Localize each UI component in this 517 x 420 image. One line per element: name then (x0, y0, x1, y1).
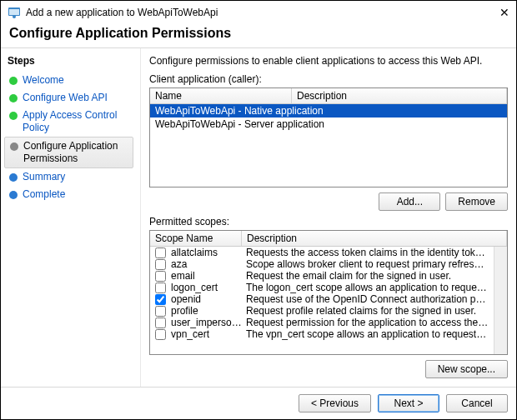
scopes-label: Permitted scopes: (149, 216, 508, 228)
step-welcome[interactable]: Welcome (4, 72, 133, 89)
scope-checkbox[interactable] (155, 294, 166, 305)
step-bullet-icon (9, 77, 18, 85)
col-description[interactable]: Description (292, 88, 507, 103)
steps-heading: Steps (8, 55, 135, 67)
scope-columns: Scope Name Description (150, 231, 507, 247)
step-apply-access-control-policy[interactable]: Apply Access Control Policy (4, 107, 133, 137)
scope-checkbox[interactable] (155, 248, 166, 258)
step-bullet-icon (10, 142, 18, 151)
scope-name: vpn_cert (171, 328, 246, 340)
step-bullet-icon (9, 112, 18, 120)
scope-description: Request profile related claims for the s… (246, 305, 489, 317)
step-label: Configure Application Permissions (23, 140, 129, 165)
client-row[interactable]: WebApiToWebApi - Native application (150, 104, 507, 118)
scope-description: The logon_cert scope allows an applicati… (246, 282, 489, 293)
clients-label: Client application (caller): (149, 73, 508, 85)
permitted-scopes-list[interactable]: Scope Name Description allatclaimsReques… (149, 230, 508, 355)
scope-row[interactable]: emailRequest the email claim for the sig… (150, 270, 494, 282)
client-columns: Name Description (150, 88, 507, 104)
scope-description: Request the email claim for the signed i… (246, 270, 489, 282)
scope-name: user_imperso… (171, 317, 246, 328)
scope-checkbox[interactable] (155, 306, 166, 317)
scope-name: logon_cert (171, 282, 246, 293)
page-header: Configure Application Permissions (1, 22, 516, 48)
step-configure-web-api[interactable]: Configure Web API (4, 89, 133, 107)
scope-checkbox[interactable] (155, 259, 166, 270)
step-label: Configure Web API (23, 92, 108, 104)
scope-checkbox[interactable] (155, 318, 166, 328)
step-complete[interactable]: Complete (4, 186, 133, 203)
scope-description: The vpn_cert scope allows an application… (246, 328, 489, 340)
step-bullet-icon (9, 173, 18, 182)
scope-description: Requests the access token claims in the … (246, 247, 489, 258)
close-button[interactable]: ✕ (489, 6, 509, 19)
step-label: Summary (23, 171, 65, 183)
previous-button[interactable]: < Previous (299, 394, 371, 412)
step-summary[interactable]: Summary (4, 168, 133, 186)
window-title: Add a new application to WebApiToWebApi (26, 7, 489, 18)
title-bar: Add a new application to WebApiToWebApi … (1, 1, 516, 22)
step-bullet-icon (9, 94, 18, 102)
wizard-footer: < Previous Next > Cancel (1, 387, 516, 419)
scope-checkbox[interactable] (155, 282, 166, 293)
scope-checkbox[interactable] (155, 271, 166, 282)
scope-description: Request permission for the application t… (246, 317, 489, 328)
next-button[interactable]: Next > (378, 394, 439, 412)
cancel-button[interactable]: Cancel (446, 394, 508, 412)
scope-row[interactable]: user_imperso…Request permission for the … (150, 317, 494, 328)
col-name[interactable]: Name (150, 88, 292, 103)
client-row[interactable]: WebApiToWebApi - Server application (150, 118, 507, 131)
scope-name: openid (171, 293, 246, 305)
step-configure-application-permissions[interactable]: Configure Application Permissions (4, 137, 133, 168)
new-scope-button[interactable]: New scope... (425, 360, 508, 378)
scope-description: Request use of the OpenID Connect author… (246, 293, 489, 305)
scopes-scrollbar[interactable] (494, 247, 507, 354)
col-scope-description[interactable]: Description (242, 231, 507, 246)
step-label: Welcome (23, 74, 64, 87)
scope-row[interactable]: openidRequest use of the OpenID Connect … (150, 293, 494, 305)
instruction-text: Configure permissions to enable client a… (149, 55, 508, 67)
scope-row[interactable]: allatclaimsRequests the access token cla… (150, 247, 494, 258)
client-application-list[interactable]: Name Description WebApiToWebApi - Native… (149, 88, 508, 188)
scope-description: Scope allows broker client to request pr… (246, 258, 489, 270)
scope-row[interactable]: profileRequest profile related claims fo… (150, 305, 494, 317)
scope-name: allatclaims (171, 247, 246, 258)
scope-row[interactable]: azaScope allows broker client to request… (150, 258, 494, 270)
col-scope-name[interactable]: Scope Name (150, 231, 242, 246)
scope-row[interactable]: vpn_certThe vpn_cert scope allows an app… (150, 328, 494, 340)
scope-row[interactable]: logon_certThe logon_cert scope allows an… (150, 282, 494, 293)
svg-rect-1 (9, 9, 19, 15)
main-panel: Configure permissions to enable client a… (141, 48, 516, 387)
scope-checkbox[interactable] (155, 329, 166, 340)
step-label: Complete (23, 188, 65, 201)
remove-button[interactable]: Remove (445, 192, 508, 211)
scope-name: profile (171, 305, 246, 317)
step-label: Apply Access Control Policy (23, 109, 130, 134)
svg-point-2 (13, 15, 16, 18)
step-bullet-icon (9, 191, 18, 199)
scope-name: aza (171, 258, 246, 270)
add-button[interactable]: Add... (379, 192, 440, 211)
app-icon (8, 6, 21, 19)
steps-sidebar: Steps WelcomeConfigure Web APIApply Acce… (1, 48, 141, 387)
scope-name: email (171, 270, 246, 282)
